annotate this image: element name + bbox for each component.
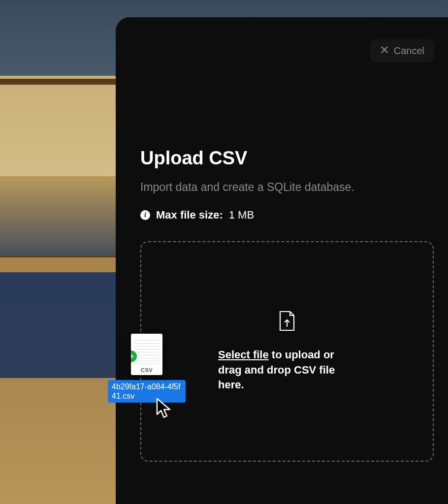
dragged-file-name: 4b29fa17-a084-4f5f41.csv [108,380,186,403]
upload-csv-modal: Cancel Upload CSV Import data and create… [116,17,448,504]
file-size-value: 1 MB [229,209,254,221]
page-subtitle: Import data and create a SQLite database… [140,181,434,194]
file-size-info: i Max file size: 1 MB [140,209,434,221]
dropzone-text: Select file to upload or drag and drop C… [218,347,356,393]
file-extension-label: CSV [131,367,162,373]
cancel-button[interactable]: Cancel [370,39,434,63]
select-file-link[interactable]: Select file [218,348,269,361]
upload-file-icon [278,310,296,334]
file-size-label: Max file size: [156,209,223,221]
csv-file-icon: CSV + [131,334,162,375]
modal-content: Upload CSV Import data and create a SQLi… [140,148,434,462]
page-title: Upload CSV [140,148,434,169]
info-icon: i [140,210,150,220]
close-icon [380,45,389,57]
dragged-file-preview: CSV + 4b29fa17-a084-4f5f41.csv [108,334,186,403]
cancel-button-label: Cancel [394,45,424,57]
